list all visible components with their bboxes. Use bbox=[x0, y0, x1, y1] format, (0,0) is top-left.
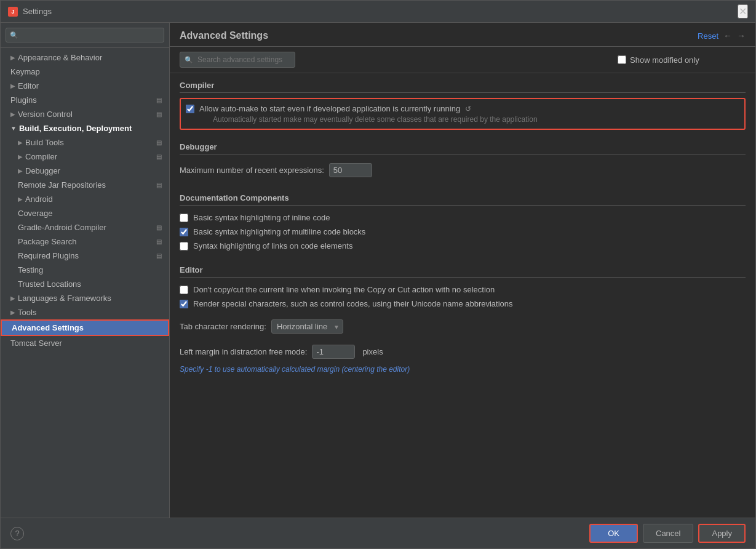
sidebar-item-package-search[interactable]: Package Search ▤ bbox=[1, 234, 169, 249]
sidebar-item-label: Coverage bbox=[18, 209, 52, 218]
sidebar-item-trusted-locations[interactable]: Trusted Locations bbox=[1, 277, 169, 291]
footer-right: OK Cancel Apply bbox=[589, 524, 746, 543]
forward-arrow-button[interactable]: → bbox=[737, 31, 746, 41]
left-margin-input[interactable] bbox=[312, 345, 355, 359]
auto-make-label: Allow auto-make to start even if develop… bbox=[199, 104, 460, 113]
sidebar-item-label: Advanced Settings bbox=[12, 323, 84, 332]
auto-make-setting-row: Allow auto-make to start even if develop… bbox=[186, 104, 538, 124]
copy-cut-setting: Don't copy/cut the current line when inv… bbox=[180, 283, 746, 297]
sidebar-item-plugins[interactable]: Plugins ▤ bbox=[1, 93, 169, 107]
content-header: Advanced Settings Reset ← → bbox=[170, 23, 755, 47]
documentation-section-title: Documentation Components bbox=[180, 193, 746, 206]
content-panel: Advanced Settings Reset ← → 🔍 Show modif… bbox=[170, 23, 755, 518]
sidebar-item-compiler[interactable]: ▶ Compiler ▤ bbox=[1, 150, 169, 164]
multiline-highlight-setting: Basic syntax highlighting of multiline c… bbox=[180, 225, 746, 239]
inline-highlight-setting: Basic syntax highlighting of inline code bbox=[180, 210, 746, 225]
sidebar-search-input[interactable] bbox=[6, 28, 164, 42]
title-bar: J Settings ✕ bbox=[1, 1, 755, 23]
sidebar-item-languages[interactable]: ▶ Languages & Frameworks bbox=[1, 291, 169, 305]
sidebar-item-version-control[interactable]: ▶ Version Control ▤ bbox=[1, 107, 169, 121]
sidebar-item-label: Keymap bbox=[10, 67, 40, 76]
sidebar-item-label: Required Plugins bbox=[18, 251, 79, 260]
auto-make-checkbox[interactable] bbox=[186, 105, 194, 113]
copy-cut-checkbox[interactable] bbox=[180, 286, 188, 294]
render-special-checkbox[interactable] bbox=[180, 300, 188, 308]
inline-highlight-label: Basic syntax highlighting of inline code bbox=[193, 213, 746, 222]
badge-icon: ▤ bbox=[156, 224, 162, 231]
sidebar-item-label: Build, Execution, Deployment bbox=[19, 124, 132, 133]
apply-button[interactable]: Apply bbox=[698, 524, 746, 543]
sidebar-item-remote-jar[interactable]: Remote Jar Repositories ▤ bbox=[1, 178, 169, 192]
debugger-section-title: Debugger bbox=[180, 142, 746, 154]
show-modified-label[interactable]: Show modified only bbox=[618, 55, 699, 65]
max-expressions-setting: Maximum number of recent expressions: bbox=[180, 159, 746, 181]
sidebar-item-tools[interactable]: ▶ Tools bbox=[1, 305, 169, 319]
sidebar-item-label: Build Tools bbox=[25, 138, 64, 147]
badge-icon: ▤ bbox=[156, 252, 162, 259]
multiline-highlight-label: Basic syntax highlighting of multiline c… bbox=[193, 227, 746, 236]
sidebar: 🔍 ▶ Appearance & Behavior Keymap ▶ Edito… bbox=[1, 23, 170, 518]
debugger-section: Debugger Maximum number of recent expres… bbox=[180, 142, 746, 181]
auto-make-setting: Allow auto-make to start even if develop… bbox=[180, 98, 746, 130]
sidebar-item-tomcat[interactable]: Tomcat Server bbox=[1, 336, 169, 350]
sidebar-item-gradle-android[interactable]: Gradle-Android Compiler ▤ bbox=[1, 220, 169, 234]
sidebar-item-label: Languages & Frameworks bbox=[18, 294, 111, 303]
settings-search-input[interactable] bbox=[180, 52, 295, 68]
reset-item-icon[interactable]: ↺ bbox=[465, 105, 471, 113]
sidebar-item-label: Gradle-Android Compiler bbox=[18, 223, 106, 232]
sidebar-item-android[interactable]: ▶ Android bbox=[1, 192, 169, 206]
sidebar-item-testing[interactable]: Testing bbox=[1, 263, 169, 277]
tab-rendering-setting: Tab character rendering: Horizontal line… bbox=[180, 316, 746, 337]
sidebar-item-label: Android bbox=[25, 194, 53, 204]
expand-arrow-icon: ▶ bbox=[10, 295, 15, 302]
inline-highlight-checkbox[interactable] bbox=[180, 214, 188, 222]
sidebar-search-box: 🔍 bbox=[1, 23, 169, 48]
show-modified-text: Show modified only bbox=[630, 55, 699, 65]
max-expressions-input[interactable] bbox=[329, 163, 372, 177]
sidebar-item-label: Plugins bbox=[10, 95, 37, 105]
ok-button[interactable]: OK bbox=[589, 524, 638, 543]
sidebar-item-label: Version Control bbox=[18, 110, 73, 119]
editor-section: Editor Don't copy/cut the current line w… bbox=[180, 265, 746, 374]
sidebar-item-label: Tomcat Server bbox=[10, 339, 62, 348]
sidebar-item-coverage[interactable]: Coverage bbox=[1, 206, 169, 220]
close-button[interactable]: ✕ bbox=[738, 4, 748, 18]
app-icon: J bbox=[8, 7, 18, 17]
sidebar-item-build-tools[interactable]: ▶ Build Tools ▤ bbox=[1, 135, 169, 150]
sidebar-item-debugger[interactable]: ▶ Debugger bbox=[1, 164, 169, 178]
sidebar-item-keymap[interactable]: Keymap bbox=[1, 65, 169, 79]
sidebar-item-build[interactable]: ▼ Build, Execution, Deployment bbox=[1, 121, 169, 135]
sidebar-item-label: Editor bbox=[18, 81, 39, 90]
settings-dialog: J Settings ✕ 🔍 ▶ Appearance & Behavior bbox=[0, 0, 756, 549]
links-highlight-setting: Syntax highlighting of links on code ele… bbox=[180, 239, 746, 253]
sidebar-item-editor[interactable]: ▶ Editor bbox=[1, 79, 169, 93]
links-highlight-checkbox[interactable] bbox=[180, 242, 188, 250]
nav-tree: ▶ Appearance & Behavior Keymap ▶ Editor … bbox=[1, 48, 169, 353]
content-body: Compiler Allow auto-make to start even i… bbox=[170, 73, 755, 518]
footer-left: ? bbox=[10, 527, 24, 540]
left-margin-label: Left margin in distraction free mode: bbox=[180, 347, 307, 356]
badge-icon: ▤ bbox=[156, 111, 162, 118]
reset-button[interactable]: Reset bbox=[698, 31, 718, 41]
multiline-highlight-checkbox[interactable] bbox=[180, 228, 188, 236]
sidebar-search-wrapper: 🔍 bbox=[6, 28, 164, 42]
sidebar-search-icon: 🔍 bbox=[10, 31, 18, 39]
cancel-button[interactable]: Cancel bbox=[643, 524, 693, 543]
show-modified-checkbox[interactable] bbox=[618, 55, 626, 64]
sidebar-item-appearance[interactable]: ▶ Appearance & Behavior bbox=[1, 50, 169, 65]
sidebar-item-advanced-settings[interactable]: Advanced Settings bbox=[1, 319, 169, 336]
help-button[interactable]: ? bbox=[10, 527, 24, 540]
render-special-label: Render special characters, such as contr… bbox=[193, 299, 746, 308]
expand-arrow-icon: ▶ bbox=[18, 153, 23, 160]
compiler-section: Compiler Allow auto-make to start even i… bbox=[180, 81, 746, 130]
auto-make-text-wrap: Allow auto-make to start even if develop… bbox=[199, 104, 538, 124]
sidebar-item-required-plugins[interactable]: Required Plugins ▤ bbox=[1, 249, 169, 263]
sidebar-item-label: Trusted Locations bbox=[18, 279, 81, 289]
tab-rendering-select[interactable]: Horizontal line Arrow None bbox=[271, 319, 343, 334]
search-settings-icon: 🔍 bbox=[185, 56, 193, 64]
content-toolbar: 🔍 Show modified only bbox=[170, 47, 755, 73]
expand-arrow-icon: ▶ bbox=[18, 139, 23, 146]
sidebar-item-label: Package Search bbox=[18, 237, 76, 246]
badge-icon: ▤ bbox=[156, 139, 162, 146]
back-arrow-button[interactable]: ← bbox=[723, 31, 732, 41]
